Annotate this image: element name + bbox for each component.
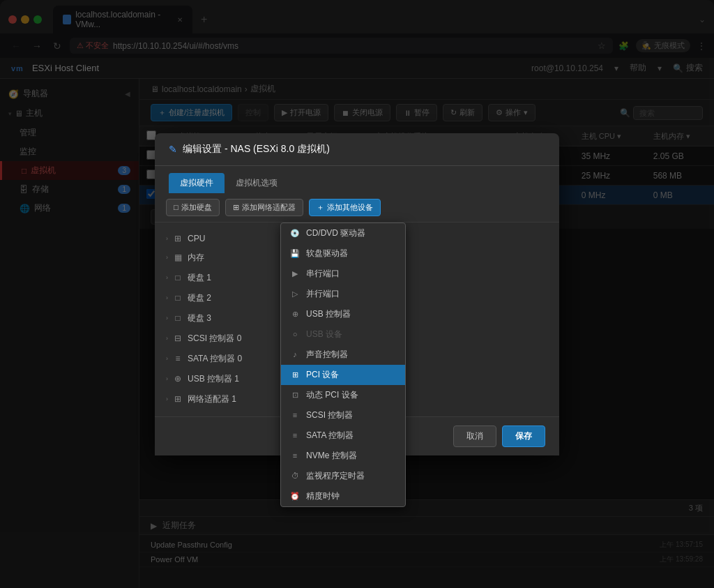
dropdown-item-label: SCSI 控制器 xyxy=(306,409,353,421)
dropdown-item-icon: ≡ xyxy=(289,431,301,439)
dropdown-item-PCI-设备[interactable]: ⊞ PCI 设备 xyxy=(281,365,405,385)
dropdown-item-icon: 💿 xyxy=(289,229,301,238)
dropdown-item-icon: ♪ xyxy=(289,350,301,359)
dropdown-item-icon: ⊡ xyxy=(289,391,301,400)
chevron-right-icon: › xyxy=(166,315,168,322)
dropdown-item-label: 精度时钟 xyxy=(306,490,340,502)
cancel-button[interactable]: 取消 xyxy=(453,425,496,447)
dropdown-item-icon: ⊞ xyxy=(289,370,301,379)
chevron-right-icon: › xyxy=(166,395,168,402)
dropdown-item-label: 监视程序定时器 xyxy=(306,470,365,482)
modal-header: ✎ 编辑设置 - NAS (ESXi 8.0 虚拟机) xyxy=(155,133,559,166)
dropdown-item-USB-设备: ○ USB 设备 xyxy=(281,324,405,345)
dropdown-item-label: PCI 设备 xyxy=(306,369,339,381)
dropdown-item-串行端口[interactable]: ▶ 串行端口 xyxy=(281,264,405,284)
dropdown-item-label: 动态 PCI 设备 xyxy=(306,389,358,401)
dropdown-item-icon: ⏰ xyxy=(289,492,301,501)
dropdown-item-声音控制器[interactable]: ♪ 声音控制器 xyxy=(281,345,405,365)
add-icon: ＋ xyxy=(317,202,324,213)
add-other-button[interactable]: ＋ 添加其他设备 xyxy=(309,199,381,216)
dropdown-item-icon: ⏱ xyxy=(289,472,301,480)
modal-overlay: ✎ 编辑设置 - NAS (ESXi 8.0 虚拟机) 虚拟硬件 虚拟机选项 □… xyxy=(0,0,714,588)
dropdown-item-label: USB 设备 xyxy=(306,329,342,340)
dropdown-item-label: NVMe 控制器 xyxy=(306,450,357,462)
dropdown-item-SATA-控制器[interactable]: ≡ SATA 控制器 xyxy=(281,425,405,446)
dropdown-item-icon: ≡ xyxy=(289,411,301,419)
hw-item-icon: ⊟ xyxy=(172,333,183,343)
dropdown-item-监视程序定时器[interactable]: ⏱ 监视程序定时器 xyxy=(281,466,405,486)
dropdown-item-icon: 💾 xyxy=(289,249,301,258)
dropdown-item-icon: ≡ xyxy=(289,451,301,460)
hw-item-icon: ≡ xyxy=(172,354,183,363)
hw-item-icon: □ xyxy=(172,273,183,282)
modal-content-area: □ 添加硬盘 ⊞ 添加网络适配器 ＋ 添加其他设备 💿 CD/DVD 驱动器 💾… xyxy=(155,193,559,416)
dropdown-item-icon: ▶ xyxy=(289,269,301,278)
dropdown-menu: 💿 CD/DVD 驱动器 💾 软盘驱动器 ▶ 串行端口 ▷ 并行端口 ⊕ USB… xyxy=(280,223,406,507)
dropdown-item-label: SATA 控制器 xyxy=(306,430,354,442)
disk-icon: □ xyxy=(174,203,178,211)
hw-item-icon: ⊞ xyxy=(172,394,183,404)
dropdown-item-label: USB 控制器 xyxy=(306,308,351,320)
chevron-right-icon: › xyxy=(166,355,168,362)
save-button[interactable]: 保存 xyxy=(502,425,545,447)
hw-item-icon: ▦ xyxy=(172,252,183,262)
dropdown-item-label: 并行端口 xyxy=(306,288,340,300)
dropdown-item-icon: ⊕ xyxy=(289,310,301,319)
dropdown-item-USB-控制器[interactable]: ⊕ USB 控制器 xyxy=(281,304,405,324)
hw-item-icon: ⊕ xyxy=(172,374,183,384)
dropdown-item-CD/DVD-驱动器[interactable]: 💿 CD/DVD 驱动器 xyxy=(281,223,405,243)
add-nic-button[interactable]: ⊞ 添加网络适配器 xyxy=(225,199,303,216)
dropdown-item-label: 串行端口 xyxy=(306,268,340,280)
hw-item-icon: ⊞ xyxy=(172,234,183,243)
dropdown-item-label: CD/DVD 驱动器 xyxy=(306,227,365,239)
dropdown-item-SCSI-控制器[interactable]: ≡ SCSI 控制器 xyxy=(281,405,405,425)
modal-tabs: 虚拟硬件 虚拟机选项 xyxy=(155,166,559,193)
dropdown-item-NVMe-控制器[interactable]: ≡ NVMe 控制器 xyxy=(281,446,405,466)
dropdown-item-动态-PCI-设备[interactable]: ⊡ 动态 PCI 设备 xyxy=(281,385,405,405)
edit-icon: ✎ xyxy=(169,144,177,155)
add-disk-button[interactable]: □ 添加硬盘 xyxy=(166,199,220,216)
dropdown-item-label: 声音控制器 xyxy=(306,349,348,361)
chevron-right-icon: › xyxy=(166,274,168,281)
chevron-right-icon: › xyxy=(166,375,168,382)
dropdown-item-并行端口[interactable]: ▷ 并行端口 xyxy=(281,284,405,304)
tab-vm-options[interactable]: 虚拟机选项 xyxy=(225,173,289,193)
dropdown-item-icon: ▷ xyxy=(289,289,301,299)
edit-settings-modal: ✎ 编辑设置 - NAS (ESXi 8.0 虚拟机) 虚拟硬件 虚拟机选项 □… xyxy=(155,133,559,455)
modal-title: ✎ 编辑设置 - NAS (ESXi 8.0 虚拟机) xyxy=(169,143,545,156)
modal-add-bar: □ 添加硬盘 ⊞ 添加网络适配器 ＋ 添加其他设备 💿 CD/DVD 驱动器 💾… xyxy=(155,193,559,223)
chevron-right-icon: › xyxy=(166,335,168,342)
nic-icon: ⊞ xyxy=(233,203,239,212)
dropdown-item-label: 软盘驱动器 xyxy=(306,248,348,259)
hw-item-icon: □ xyxy=(172,293,183,303)
dropdown-item-精度时钟[interactable]: ⏰ 精度时钟 xyxy=(281,486,405,506)
chevron-right-icon: › xyxy=(166,294,168,301)
hw-item-icon: □ xyxy=(172,313,183,323)
tab-virtual-hardware[interactable]: 虚拟硬件 xyxy=(169,173,225,193)
dropdown-item-软盘驱动器[interactable]: 💾 软盘驱动器 xyxy=(281,243,405,264)
dropdown-item-icon: ○ xyxy=(289,330,301,338)
chevron-right-icon: › xyxy=(166,254,168,261)
chevron-right-icon: › xyxy=(166,235,168,242)
